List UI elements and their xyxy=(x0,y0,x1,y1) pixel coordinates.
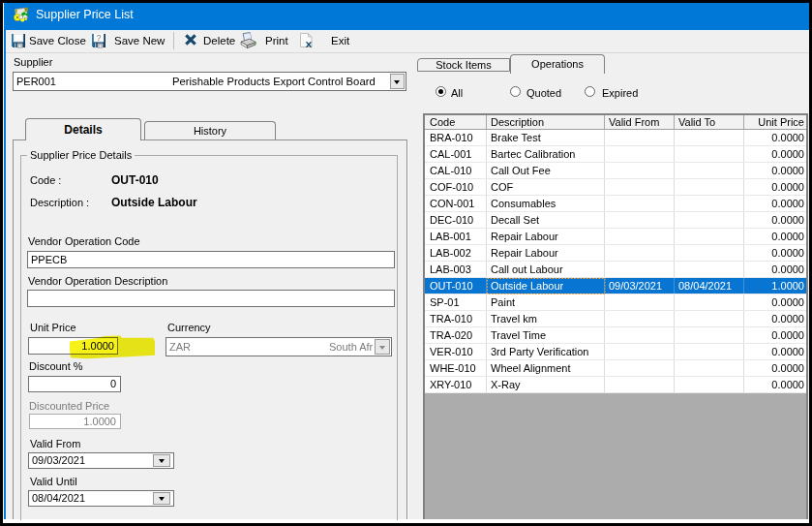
svg-text:?: ? xyxy=(96,33,101,43)
